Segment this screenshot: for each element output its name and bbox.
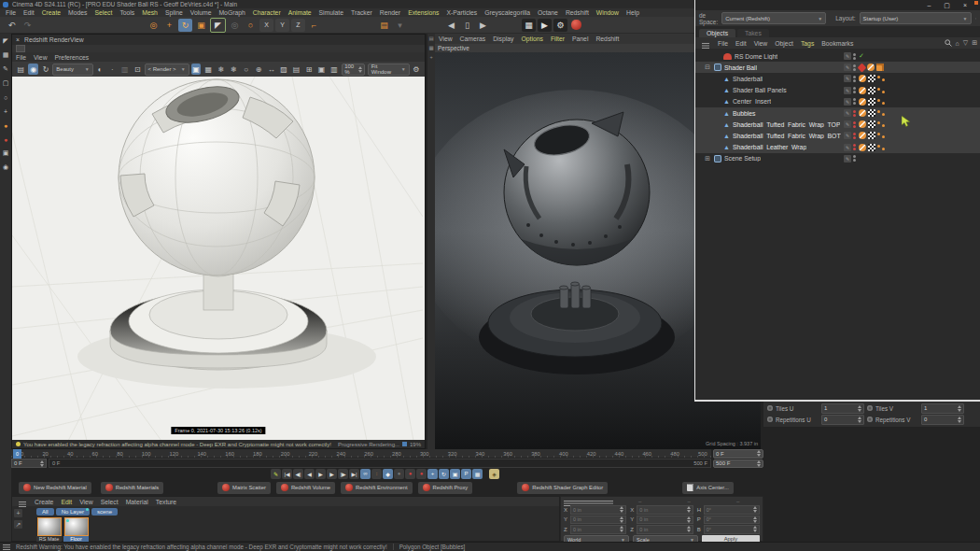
menu-octane[interactable]: Octane [534, 9, 562, 16]
menu-x-particles[interactable]: X-Particles [442, 9, 481, 16]
solo-icon[interactable]: ◈ [489, 469, 499, 479]
current-frame-field[interactable]: 0 F [11, 459, 47, 468]
menu-spline[interactable]: Spline [161, 9, 187, 16]
search-icon[interactable] [945, 39, 952, 47]
material-thumbnail[interactable] [64, 517, 89, 536]
save-image-icon[interactable]: ▤ [291, 64, 301, 75]
rgb-channel-icon[interactable]: ◐ [95, 64, 105, 75]
live-selection-icon[interactable]: ◎ [147, 19, 161, 32]
material-thumbnail[interactable] [37, 517, 62, 536]
key-param-icon[interactable]: P [461, 469, 471, 479]
visibility-dots[interactable] [853, 121, 857, 128]
viewport-menu-redshift[interactable]: Redshift [592, 35, 623, 42]
object-row[interactable]: ▲Shaderball_Leather_Wrap✎ [695, 142, 980, 153]
folder-more-icon[interactable]: ▾ [393, 19, 407, 32]
renderview-menu-preferences[interactable]: Preferences [51, 54, 93, 61]
material-menu-edit[interactable]: Edit [57, 499, 76, 505]
uvw-tag[interactable] [868, 109, 875, 117]
keyframe-circle-icon[interactable] [867, 405, 873, 411]
viewport-mini-icon[interactable]: ▦ [428, 45, 433, 50]
coordinate-field[interactable]: 0° [704, 525, 760, 534]
visibility-dots[interactable] [853, 64, 857, 71]
command-button[interactable]: New Redshift Material [19, 482, 91, 494]
attribute-value-field[interactable]: 1 [821, 403, 864, 414]
prev-frame-icon[interactable]: ◀ [304, 469, 315, 479]
target-icon[interactable]: ◉ [1, 162, 10, 172]
visibility-dots[interactable] [853, 133, 857, 139]
path-icon[interactable]: ⌂ [956, 40, 959, 47]
snapshot-a-icon[interactable]: ❄ [217, 64, 226, 75]
prev-doc-icon[interactable]: ◀ [444, 19, 458, 32]
timeline-ruler[interactable]: 0204060801001201401601802002202402602803… [11, 449, 711, 459]
enable-toggle[interactable]: ✎ [844, 87, 851, 94]
prev-key-icon[interactable]: ◀| [293, 469, 303, 479]
rotate-tool-icon[interactable]: ↻ [178, 19, 192, 32]
rotation-header[interactable]: – [714, 499, 763, 504]
scale-header[interactable]: – [665, 499, 714, 504]
viewport-menu-options[interactable]: Options [517, 35, 546, 42]
command-button[interactable]: Redshift Materials [101, 482, 163, 494]
expand-icon[interactable]: ⊟ [704, 64, 711, 71]
om-menu-file[interactable]: File [714, 40, 732, 47]
menu-mesh[interactable]: Mesh [138, 9, 161, 16]
layout-dropdown[interactable]: Startup (User)▼ [860, 12, 972, 24]
rotate-band-icon[interactable]: ○ [244, 19, 258, 32]
expand-icon[interactable]: ⊞ [704, 155, 711, 162]
enabled-check-icon[interactable]: ✓ [859, 52, 864, 60]
attribute-value-field[interactable]: 1 [921, 403, 964, 414]
enable-toggle[interactable]: ✎ [844, 64, 851, 71]
coord-system-icon[interactable]: ⌐ [307, 19, 321, 32]
enable-toggle[interactable]: ✎ [844, 155, 851, 162]
goto-start-icon[interactable]: |◀ [282, 469, 292, 479]
hamburger-icon[interactable] [564, 501, 613, 502]
command-button[interactable]: Redshift Environment [341, 482, 412, 494]
selection-tags[interactable] [877, 144, 885, 151]
coordinate-field[interactable]: 0 in [570, 525, 626, 534]
add-panel-icon[interactable]: ⊞ [972, 39, 977, 47]
undo-icon[interactable]: ↶ [5, 19, 19, 32]
add-snapshot-icon[interactable]: ⊞ [304, 64, 314, 75]
last-tool-icon[interactable]: ◤ [210, 18, 226, 33]
layer-tab-scene[interactable]: scene [91, 508, 118, 516]
om-menu-object[interactable]: Object [771, 40, 797, 47]
hamburger-icon[interactable] [3, 544, 10, 545]
visibility-dots[interactable] [853, 53, 857, 60]
node-space-dropdown[interactable]: Current (Redshift)▼ [721, 12, 826, 24]
preview-range-slider[interactable]: 0 F 500 F [49, 459, 711, 468]
enable-toggle[interactable]: ✎ [844, 109, 851, 117]
phong-tag[interactable] [867, 64, 875, 71]
compositing-tag[interactable] [876, 64, 884, 71]
goto-end-icon[interactable]: ▶| [349, 469, 359, 479]
filter-icon[interactable]: ▽ [963, 39, 968, 47]
layer-tab-all[interactable]: All [36, 508, 54, 516]
selection-tags[interactable] [877, 87, 885, 94]
visibility-dots[interactable] [853, 76, 857, 82]
autokey-icon[interactable]: ✎ [271, 469, 281, 479]
snap-icon[interactable]: ◎ [228, 19, 242, 32]
focus-icon[interactable]: ⊕ [254, 64, 263, 75]
object-row[interactable]: ▲Center_Insert✎ [695, 96, 980, 107]
menu-create[interactable]: Create [38, 9, 64, 16]
object-row[interactable]: ▲Shader Ball Panels✎ [695, 85, 980, 96]
circle-icon[interactable]: ○ [242, 64, 251, 75]
om-menu-tags[interactable]: Tags [797, 40, 818, 47]
om-menu-edit[interactable]: Edit [732, 40, 750, 47]
grid-icon[interactable]: ▦ [1, 50, 10, 60]
selection-tags[interactable] [877, 120, 885, 128]
redshift-material-tag[interactable] [858, 63, 867, 72]
add-material-button[interactable]: + [14, 509, 22, 517]
visibility-dots[interactable] [853, 144, 857, 150]
command-button[interactable]: Matrix Scatter [217, 482, 271, 494]
object-row[interactable]: ▲Bubbles✎ [695, 107, 980, 119]
record-icon[interactable]: ● [394, 469, 404, 479]
pan-icon[interactable]: ↔ [266, 64, 275, 75]
enable-toggle[interactable]: ✎ [844, 75, 851, 82]
lock-icon[interactable]: ▣ [191, 64, 201, 75]
command-button[interactable]: Redshift Volume [276, 482, 335, 494]
menu-animate[interactable]: Animate [285, 9, 315, 16]
uvw-tag[interactable] [868, 120, 875, 128]
menu-select[interactable]: Select [91, 9, 116, 16]
menu-volume[interactable]: Volume [187, 9, 216, 16]
y-axis-lock[interactable]: Y [275, 19, 289, 32]
record-position-icon[interactable]: ● [405, 469, 415, 479]
